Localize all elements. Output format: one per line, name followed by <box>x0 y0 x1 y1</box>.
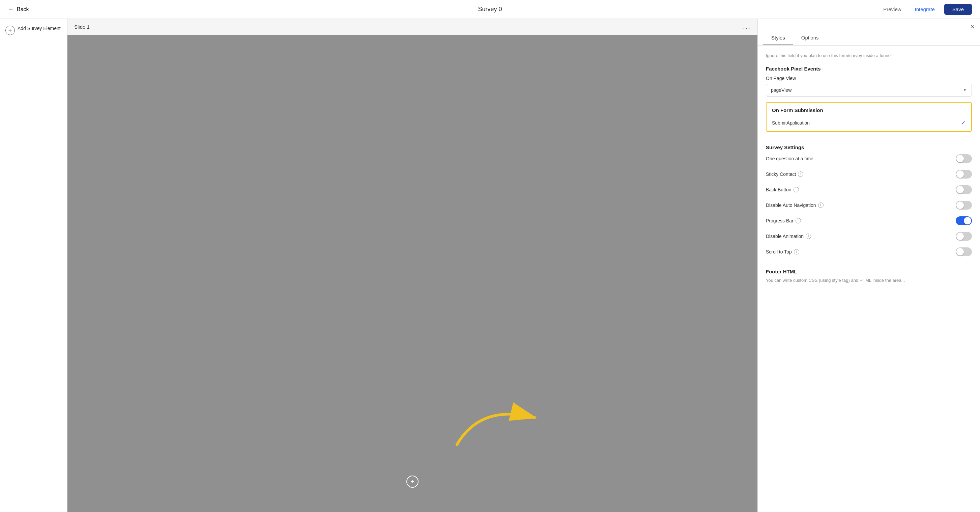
back-button-toggle[interactable] <box>956 185 972 194</box>
page-view-dropdown-arrow-icon: ▼ <box>963 88 967 93</box>
back-button[interactable]: ← Back <box>8 6 29 13</box>
scroll-to-top-toggle[interactable] <box>956 247 972 256</box>
slide-canvas <box>67 35 757 512</box>
hint-text: Ignore this field if you plan to use thi… <box>766 52 972 59</box>
integrate-button[interactable]: Integrate <box>911 5 939 14</box>
on-form-submission-section: On Form Submission SubmitApplication ✓ <box>766 102 972 132</box>
toggle-knob <box>956 155 964 162</box>
arrow-annotation <box>447 384 548 451</box>
footer-html-hint: You can write custom CSS (using style ta… <box>766 277 972 284</box>
one-question-toggle[interactable] <box>956 154 972 163</box>
setting-progress-bar: Progress Bar i <box>766 216 972 225</box>
right-panel: × Styles Options Ignore this field if yo… <box>757 19 980 512</box>
divider-1 <box>766 139 972 139</box>
panel-tabs: Styles Options <box>758 31 980 46</box>
submit-application-value: SubmitApplication <box>772 120 810 126</box>
disable-animation-toggle[interactable] <box>956 232 972 241</box>
one-question-label: One question at a time <box>766 156 813 161</box>
page-view-dropdown[interactable]: pageView ▼ <box>766 84 972 97</box>
tab-styles[interactable]: Styles <box>763 31 793 45</box>
scroll-to-top-label: Scroll to Top i <box>766 249 799 255</box>
facebook-pixel-section-label: Facebook Pixel Events <box>766 66 972 72</box>
on-form-submission-label: On Form Submission <box>767 103 971 116</box>
back-label: Back <box>17 6 29 13</box>
footer-html-label: Footer HTML <box>766 269 972 274</box>
close-panel-button[interactable]: × <box>970 23 975 31</box>
left-sidebar: + Add Survey Element <box>0 19 67 512</box>
setting-one-question: One question at a time <box>766 154 972 163</box>
add-element-icon[interactable]: + <box>5 26 15 35</box>
add-slide-button[interactable]: + <box>406 475 418 488</box>
disable-animation-info-icon[interactable]: i <box>806 234 811 239</box>
back-arrow-icon: ← <box>8 6 14 13</box>
disable-auto-nav-info-icon[interactable]: i <box>818 203 824 208</box>
slide-title: Slide 1 <box>74 24 90 30</box>
header-actions: Preview Integrate Save <box>879 4 972 15</box>
add-survey-element-label: Add Survey Element <box>18 26 61 31</box>
back-button-label: Back Button i <box>766 187 799 192</box>
header: ← Back Survey 0 Preview Integrate Save <box>0 0 980 19</box>
page-view-value: pageView <box>771 88 791 93</box>
sticky-contact-toggle[interactable] <box>956 170 972 179</box>
sticky-contact-info-icon[interactable]: i <box>798 171 803 177</box>
slide-menu-icon[interactable]: ... <box>743 23 751 31</box>
toggle-knob <box>956 171 964 178</box>
setting-back-button: Back Button i <box>766 185 972 194</box>
disable-animation-label: Disable Animation i <box>766 234 811 239</box>
tab-options[interactable]: Options <box>793 31 827 45</box>
panel-close-area: × <box>758 19 980 31</box>
setting-sticky-contact: Sticky Contact i <box>766 170 972 179</box>
add-survey-element[interactable]: + Add Survey Element <box>5 26 62 35</box>
progress-bar-info-icon[interactable]: i <box>795 218 801 223</box>
slide-header: Slide 1 ... <box>67 19 757 35</box>
checkmark-icon: ✓ <box>961 119 966 126</box>
toggle-knob <box>956 186 964 193</box>
progress-bar-toggle[interactable] <box>956 216 972 225</box>
preview-button[interactable]: Preview <box>879 5 905 14</box>
disable-auto-nav-toggle[interactable] <box>956 201 972 210</box>
progress-bar-label: Progress Bar i <box>766 218 801 223</box>
divider-2 <box>766 263 972 263</box>
submit-application-row: SubmitApplication ✓ <box>767 116 971 131</box>
setting-scroll-to-top: Scroll to Top i <box>766 247 972 256</box>
sticky-contact-label: Sticky Contact i <box>766 171 803 177</box>
scroll-to-top-info-icon[interactable]: i <box>794 249 799 255</box>
survey-settings-label: Survey Settings <box>766 144 972 150</box>
canvas-area: Slide 1 ... + <box>67 19 757 512</box>
page-title: Survey 0 <box>478 6 502 13</box>
toggle-knob <box>956 201 964 209</box>
save-button[interactable]: Save <box>944 4 972 15</box>
panel-content: Ignore this field if you plan to use thi… <box>758 46 980 290</box>
setting-disable-auto-nav: Disable Auto Navigation i <box>766 201 972 210</box>
main-layout: + Add Survey Element Slide 1 ... + <box>0 19 980 512</box>
toggle-knob <box>956 233 964 240</box>
disable-auto-nav-label: Disable Auto Navigation i <box>766 203 824 208</box>
toggle-knob <box>964 217 971 225</box>
on-page-view-label: On Page View <box>766 76 972 81</box>
setting-disable-animation: Disable Animation i <box>766 232 972 241</box>
toggle-knob <box>956 248 964 255</box>
back-button-info-icon[interactable]: i <box>794 187 799 192</box>
